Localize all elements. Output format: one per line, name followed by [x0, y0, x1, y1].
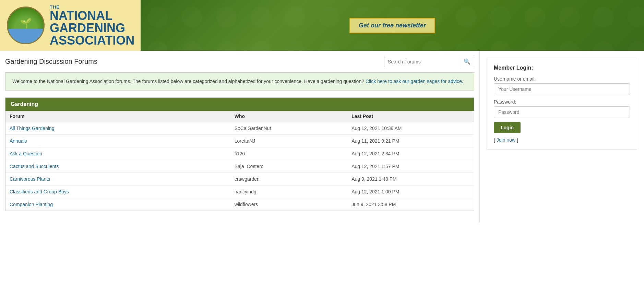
login-title: Member Login:	[494, 65, 630, 71]
col-forum: Forum	[5, 111, 230, 122]
forum-table: Forum Who Last Post All Things Gardening…	[5, 111, 474, 211]
table-row: Companion Planting wildflowers Jun 9, 20…	[5, 198, 474, 211]
password-label: Password:	[494, 99, 630, 105]
forum-link[interactable]: Companion Planting	[10, 202, 53, 207]
sidebar: Member Login: Username or email: Passwor…	[479, 51, 644, 223]
forum-cell: Ask a Question	[5, 147, 230, 160]
welcome-text: Welcome to the National Gardening Associ…	[12, 79, 364, 84]
username-input[interactable]	[494, 83, 630, 95]
who-cell: crawgarden	[230, 173, 348, 186]
who-cell: nancyindg	[230, 186, 348, 198]
search-box: 🔍	[384, 56, 474, 67]
col-who: Who	[230, 111, 348, 122]
logo-line4: ASSOCIATION	[50, 34, 134, 47]
logo-plant-icon: 🌱	[20, 17, 32, 29]
logo-title: The NATIONAL GARDENING ASSOCIATION	[50, 4, 134, 47]
content-area: Gardening Discussion Forums 🔍 Welcome to…	[0, 51, 479, 223]
who-cell: fi126	[230, 147, 348, 160]
login-button[interactable]: Login	[494, 122, 521, 133]
join-now-link[interactable]: Join now	[497, 137, 515, 143]
table-row: All Things Gardening SoCalGardenNut Aug …	[5, 122, 474, 135]
section-header: Gardening	[5, 98, 474, 111]
forum-cell: Classifieds and Group Buys	[5, 186, 230, 198]
gardening-section: Gardening Forum Who Last Post All Things…	[5, 97, 474, 211]
search-button[interactable]: 🔍	[460, 56, 474, 67]
last-post-cell: Aug 11, 2021 9:21 PM	[347, 135, 474, 147]
table-row: Ask a Question fi126 Aug 12, 2021 2:34 P…	[5, 147, 474, 160]
logo-area: 🌱 The NATIONAL GARDENING ASSOCIATION	[0, 0, 141, 51]
who-cell: wildflowers	[230, 198, 348, 211]
forum-link[interactable]: All Things Gardening	[10, 126, 54, 131]
forum-cell: Carnivorous Plants	[5, 173, 230, 186]
table-row: Annuals LorettaNJ Aug 11, 2021 9:21 PM	[5, 135, 474, 147]
join-row: [ Join now ]	[494, 137, 630, 143]
main-container: Gardening Discussion Forums 🔍 Welcome to…	[0, 51, 644, 223]
table-row: Classifieds and Group Buys nancyindg Aug…	[5, 186, 474, 198]
logo-circle: 🌱	[7, 7, 45, 44]
page-header-row: Gardening Discussion Forums 🔍	[5, 56, 474, 67]
member-login-box: Member Login: Username or email: Passwor…	[487, 58, 637, 150]
password-input[interactable]	[494, 106, 630, 118]
logo-line2: NATIONAL	[50, 10, 134, 22]
who-cell: SoCalGardenNut	[230, 122, 348, 135]
join-suffix: ]	[515, 137, 518, 143]
last-post-cell: Aug 9, 2021 1:48 PM	[347, 173, 474, 186]
search-input[interactable]	[384, 57, 460, 67]
who-cell: Baja_Costero	[230, 160, 348, 173]
ask-sages-link[interactable]: Click here to ask our garden sages for a…	[366, 79, 463, 84]
forum-link[interactable]: Cactus and Succulents	[10, 164, 59, 169]
table-header-row: Forum Who Last Post	[5, 111, 474, 122]
forum-link[interactable]: Carnivorous Plants	[10, 176, 50, 182]
page-title: Gardening Discussion Forums	[5, 58, 97, 65]
newsletter-button[interactable]: Get our free newsletter	[349, 18, 435, 33]
forum-link[interactable]: Ask a Question	[10, 151, 42, 156]
last-post-cell: Aug 12, 2021 10:38 AM	[347, 122, 474, 135]
logo-line3: GARDENING	[50, 22, 134, 34]
last-post-cell: Aug 12, 2021 2:34 PM	[347, 147, 474, 160]
table-row: Carnivorous Plants crawgarden Aug 9, 202…	[5, 173, 474, 186]
username-label: Username or email:	[494, 76, 630, 82]
col-last-post: Last Post	[347, 111, 474, 122]
table-row: Cactus and Succulents Baja_Costero Aug 1…	[5, 160, 474, 173]
who-cell: LorettaNJ	[230, 135, 348, 147]
header-background: Get our free newsletter	[141, 0, 644, 51]
last-post-cell: Jun 9, 2021 3:58 PM	[347, 198, 474, 211]
forum-cell: Annuals	[5, 135, 230, 147]
welcome-box: Welcome to the National Gardening Associ…	[5, 72, 474, 91]
forum-cell: Companion Planting	[5, 198, 230, 211]
forum-cell: All Things Gardening	[5, 122, 230, 135]
forum-link[interactable]: Annuals	[10, 138, 27, 144]
last-post-cell: Aug 12, 2021 1:57 PM	[347, 160, 474, 173]
forum-cell: Cactus and Succulents	[5, 160, 230, 173]
forum-link[interactable]: Classifieds and Group Buys	[10, 189, 69, 194]
join-prefix: [	[494, 137, 497, 143]
last-post-cell: Aug 12, 2021 1:00 PM	[347, 186, 474, 198]
site-header: 🌱 The NATIONAL GARDENING ASSOCIATION Get…	[0, 0, 644, 51]
